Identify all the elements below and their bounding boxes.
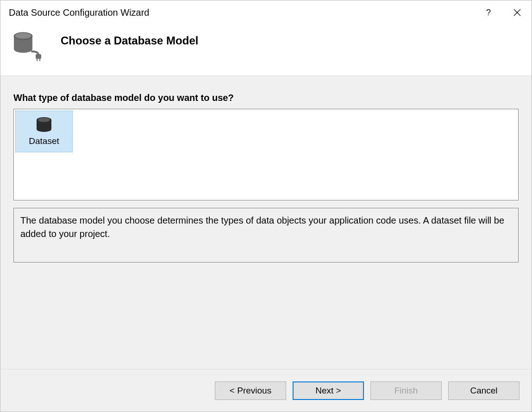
- prompt-label: What type of database model do you want …: [13, 93, 519, 103]
- titlebar: Data Source Configuration Wizard ?: [0, 0, 532, 25]
- footer-buttons: < Previous Next > Finish Cancel: [0, 369, 532, 412]
- model-type-list[interactable]: Dataset: [13, 109, 519, 200]
- database-plug-icon: [12, 30, 48, 62]
- svg-point-4: [14, 45, 32, 53]
- next-button[interactable]: Next >: [293, 381, 364, 400]
- cancel-button[interactable]: Cancel: [448, 381, 519, 400]
- close-icon: [513, 9, 521, 16]
- page-heading: Choose a Database Model: [61, 34, 198, 47]
- svg-point-13: [38, 118, 50, 122]
- svg-point-6: [15, 33, 31, 38]
- close-button[interactable]: [503, 0, 532, 25]
- window-title: Data Source Configuration Wizard: [9, 7, 474, 18]
- model-item-label: Dataset: [29, 136, 59, 146]
- wizard-window: Data Source Configuration Wizard ? Cho: [0, 0, 532, 412]
- svg-rect-7: [36, 54, 41, 59]
- description-text: The database model you choose determines…: [13, 208, 519, 262]
- finish-button: Finish: [370, 381, 442, 400]
- database-icon: [35, 117, 53, 133]
- svg-point-12: [37, 126, 51, 132]
- content-area: What type of database model do you want …: [0, 75, 532, 369]
- help-button[interactable]: ?: [474, 0, 503, 25]
- previous-button[interactable]: < Previous: [215, 381, 286, 400]
- model-item-dataset[interactable]: Dataset: [15, 111, 73, 152]
- header-banner: Choose a Database Model: [0, 25, 532, 75]
